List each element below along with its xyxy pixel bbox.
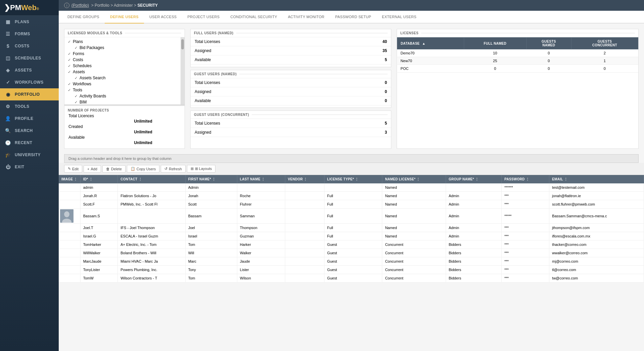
scroll-track[interactable] <box>181 37 185 104</box>
assets-icon: ◈ <box>5 68 11 73</box>
avatar <box>59 209 80 224</box>
user-vendor <box>285 224 324 232</box>
col-id: ID* ⋮ <box>80 175 118 183</box>
search-icon: 🔍 <box>5 128 11 133</box>
col-menu-icon[interactable]: ⋮ <box>416 177 420 181</box>
sidebar-item-plans[interactable]: ▦ PLANS <box>0 16 59 28</box>
user-contact: Flatiron Solutions - Jo <box>118 192 185 200</box>
col-menu-icon[interactable]: ⋮ <box>89 177 93 181</box>
license-row: POC 0 0 0 <box>397 65 638 73</box>
tab-external-users[interactable]: EXTERNAL USERS <box>377 11 422 24</box>
sidebar-item-search[interactable]: 🔍 SEARCH <box>0 125 59 137</box>
sidebar-item-profile[interactable]: 👤 PROFILE <box>0 113 59 125</box>
table-row[interactable]: Israel.G ESCALA - Israel Guzm Israel Guz… <box>59 232 644 240</box>
user-email: wwalker@correo.com <box>549 249 644 257</box>
refresh-button[interactable]: ↺ Refresh <box>161 165 186 173</box>
user-last-name: Samman <box>237 209 285 224</box>
tab-conditional-security[interactable]: CONDITIONAL SECURITY <box>225 11 282 24</box>
user-first-name: Scott <box>185 200 237 209</box>
workflows-icon: ✓ <box>5 80 11 85</box>
edit-button[interactable]: ✎ Edit <box>64 165 82 173</box>
tab-define-groups[interactable]: DEFINE GROUPS <box>62 11 105 24</box>
edit-icon: ✎ <box>68 167 71 171</box>
user-last-name: Harker <box>237 240 285 249</box>
check-icon: ✓ <box>75 76 78 80</box>
user-last-name: Guzman <box>237 232 285 240</box>
copy-users-button[interactable]: 📋 Copy Users <box>127 165 159 173</box>
col-full-named: FULL NAMED <box>464 38 526 49</box>
stat-label: Total Licenses <box>195 121 220 126</box>
module-activity-boards: ✓ Activity Boards <box>64 93 181 99</box>
add-label: Add <box>91 167 97 171</box>
tab-activity-monitor[interactable]: ACTIVITY MONITOR <box>283 11 330 24</box>
table-row[interactable]: TonyLister Powers Plumbing, Inc. Tony Li… <box>59 266 644 274</box>
user-email: scott.fluhrer@pmweb.com <box>549 200 644 209</box>
sidebar-item-workflows[interactable]: ✓ WORKFLOWS <box>0 76 59 88</box>
user-license-type: Full <box>324 209 382 224</box>
user-contact <box>118 209 185 224</box>
user-contact <box>118 183 185 192</box>
table-row[interactable]: Bassam.S Bassam Samman Full Named Admin … <box>59 209 644 224</box>
col-menu-icon[interactable]: ⋮ <box>355 177 358 181</box>
user-last-name: Fluhrer <box>237 200 285 209</box>
col-menu-icon[interactable]: ⋮ <box>139 177 142 181</box>
col-menu-icon[interactable]: ⋮ <box>526 177 529 181</box>
user-email: tl@correo.com <box>549 266 644 274</box>
col-menu-icon[interactable]: ⋮ <box>304 177 307 181</box>
col-group-name: GROUP NAME* ⋮ <box>446 175 501 183</box>
sidebar-item-university[interactable]: 🎓 UNIVERSITY <box>0 149 59 161</box>
sidebar-item-label: PLANS <box>15 19 29 24</box>
table-row[interactable]: TomHarker A+ Electric, Inc. - Tom Tom Ha… <box>59 240 644 249</box>
user-group-name: Bidders <box>446 266 501 274</box>
module-tools: ✓ Tools <box>64 87 181 93</box>
table-row[interactable]: Scott.F PMWeb, Inc. - Scott Fl Scott Flu… <box>59 200 644 209</box>
breadcrumb-portfolio-link[interactable]: (Portfolio) <box>71 3 89 8</box>
user-license-type: Full <box>324 192 382 200</box>
user-group-name: Admin <box>446 224 501 232</box>
info-icon[interactable]: i <box>64 3 69 8</box>
tab-user-access[interactable]: USER ACCESS <box>144 11 182 24</box>
col-named-license: NAMED LICENSE* ⋮ <box>382 175 446 183</box>
sidebar-item-recent[interactable]: 🕐 RECENT <box>0 137 59 149</box>
user-license-type <box>324 183 382 192</box>
avatar <box>59 249 80 257</box>
layouts-button[interactable]: ⊞ ⊞ Layouts <box>187 165 216 173</box>
user-password: *** <box>501 257 549 266</box>
sidebar-item-tools[interactable]: ⚙ TOOLS <box>0 100 59 113</box>
tab-project-users[interactable]: PROJECT USERS <box>182 11 225 24</box>
user-license-type: Full <box>324 200 382 209</box>
table-row[interactable]: TomW Wilson Contractors - T Tom Wilson G… <box>59 274 644 282</box>
delete-button[interactable]: 🗑 Delete <box>102 165 126 173</box>
sidebar: ❯PMWeb® ▦ PLANS ☰ FORMS $ COSTS ◫ SCHEDU… <box>0 0 59 351</box>
table-row[interactable]: Jonah.R Flatiron Solutions - Jo Jonah Ro… <box>59 192 644 200</box>
col-menu-icon[interactable]: ⋮ <box>475 177 479 181</box>
sidebar-item-label: PROFILE <box>15 116 34 121</box>
col-menu-icon[interactable]: ⋮ <box>564 177 567 181</box>
sidebar-item-assets[interactable]: ◈ ASSETS <box>0 64 59 76</box>
table-row[interactable]: WillWalker Boland Brothers - Will Will W… <box>59 249 644 257</box>
sidebar-item-schedules[interactable]: ◫ SCHEDULES <box>0 52 59 64</box>
sidebar-item-portfolio[interactable]: ◉ PORTFOLIO <box>0 88 59 100</box>
guest-users-named-panel: GUEST USERS (NAMED) Total Licenses 0 Ass… <box>190 70 391 108</box>
user-password: ****** <box>501 183 549 192</box>
guest-users-concurrent-panel: GUEST USERS (CONCURRENT) Total Licenses … <box>190 111 391 149</box>
sidebar-item-costs[interactable]: $ COSTS <box>0 40 59 52</box>
table-row[interactable]: admin Admin Named ****** test@testemail.… <box>59 183 644 192</box>
col-menu-icon[interactable]: ⋮ <box>261 177 265 181</box>
tab-define-users[interactable]: DEFINE USERS <box>105 11 144 24</box>
sidebar-item-forms[interactable]: ☰ FORMS <box>0 28 59 40</box>
projects-row: Total Licences <box>68 114 181 118</box>
tab-password-setup[interactable]: PASSWORD SETUP <box>330 11 377 24</box>
col-menu-icon[interactable]: ⋮ <box>212 177 215 181</box>
add-button[interactable]: + Add <box>84 165 101 173</box>
layouts-label: ⊞ Layouts <box>195 167 212 171</box>
edit-label: Edit <box>72 167 79 171</box>
license-guests-concurrent: 2 <box>571 49 638 57</box>
table-row[interactable]: Joel.T IFS - Joel Thompson Joel Thompson… <box>59 224 644 232</box>
table-row[interactable]: MarcJaude Miami HVAC - Marc Ja Marc Jaud… <box>59 257 644 266</box>
scroll-thumb[interactable] <box>181 39 184 49</box>
license-row: Demo70 10 0 2 <box>397 49 638 57</box>
sidebar-item-exit[interactable]: ⏻ EXIT <box>0 161 59 173</box>
col-menu-icon[interactable]: ⋮ <box>74 177 77 181</box>
user-vendor <box>285 266 324 274</box>
